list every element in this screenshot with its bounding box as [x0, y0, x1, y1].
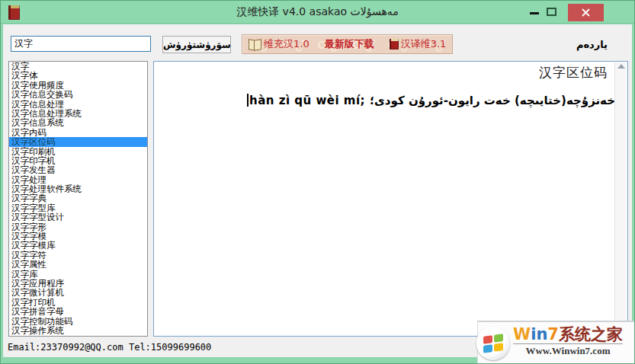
ornate-toolbar: 维充汉1.0 最新版下载 汉译维3.1 [242, 34, 453, 54]
menu-item-hanyiwei[interactable]: 汉译维3.1 [390, 37, 447, 51]
pinyin-text: hàn zì qū wèi mí; [249, 94, 365, 107]
brand-suffix: 系统之家 [559, 325, 623, 343]
title-bar: 汉维快译 v4.0 asakao مەھسۇلات [1, 1, 634, 24]
red-book-icon [390, 39, 399, 49]
menu-item-label: 维充汉1.0 [264, 37, 309, 51]
menu-item-weichonghan[interactable]: 维充汉1.0 [249, 37, 309, 51]
client-area: سۆرۈشتۈرۈش 维充汉1.0 最新版下载 汉译维3.1 ياردەم 汉字… [3, 24, 632, 357]
list-item[interactable]: 汉字信息交换码 [9, 90, 147, 99]
list-item[interactable]: 汉字微计算机 [9, 288, 147, 297]
hanzi-list[interactable]: 汉字汉字体汉字使用频度汉字信息交换码汉字信息处理汉字信息处理系统汉字信息系统汉字… [8, 61, 148, 337]
status-contact-info: Email:23370992@QQ.com Tel:15099699600 [8, 342, 211, 353]
open-book-icon [249, 40, 261, 49]
search-input[interactable] [11, 36, 151, 52]
uyghur-text: خەنزۇچە(ختايىچە) خەت رايون-ئورۇن كودى؛ [370, 94, 615, 107]
close-x-icon [582, 8, 590, 17]
list-item[interactable]: 汉字字典 [9, 193, 147, 203]
windows-flag-icon [476, 327, 510, 360]
brand-url: Www.Winwin7.com [513, 343, 623, 357]
list-item[interactable]: 汉字属性 [9, 260, 147, 269]
window-title: 汉维快译 v4.0 asakao مەھسۇلات [1, 5, 634, 19]
result-textarea[interactable]: 汉字区位码 hàn zì qū wèi mí;خەنزۇچە(ختايىچە) … [153, 61, 628, 337]
entry-title: 汉字区位码 [539, 64, 608, 81]
app-window: 汉维快译 v4.0 asakao مەھسۇلات سۆرۈشتۈرۈش 维充汉… [0, 0, 635, 364]
list-item[interactable]: 汉字发生器 [9, 165, 147, 174]
brand-letter: W [513, 325, 531, 343]
brand-letter: n [536, 325, 547, 343]
minimize-button[interactable] [530, 12, 539, 14]
scroll-up-icon[interactable] [617, 64, 625, 69]
list-item[interactable]: 汉字字模库 [9, 241, 147, 250]
list-item[interactable]: 汉字拼音字母 [9, 307, 147, 316]
maximize-button[interactable] [547, 8, 556, 16]
menu-item-label: 最新版下载 [325, 37, 374, 51]
brand-letter: 7 [547, 325, 559, 343]
close-button[interactable] [568, 4, 604, 21]
list-item[interactable]: 汉字字型设计 [9, 212, 147, 222]
winwin7-watermark: Win7系统之家 Www.Winwin7.com [477, 321, 634, 363]
list-item[interactable]: 汉字信息系统 [9, 118, 147, 127]
menu-item-download[interactable]: 最新版下载 [325, 37, 374, 51]
vertical-scrollbar[interactable] [614, 62, 627, 335]
translation-line: hàn zì qū wèi mí;خەنزۇچە(ختايىچە) خەت را… [247, 94, 611, 107]
menu-item-label: 汉译维3.1 [401, 37, 447, 51]
list-item[interactable]: 汉字区位码 [9, 137, 147, 146]
help-menu[interactable]: ياردەم [576, 39, 608, 50]
watermark-text: Win7系统之家 Www.Winwin7.com [513, 325, 623, 357]
list-item[interactable]: 汉字体 [9, 71, 147, 80]
list-item[interactable]: 汉字操作系统 [9, 326, 147, 335]
search-button[interactable]: سۆرۈشتۈرۈش [162, 36, 231, 53]
text-cursor [247, 94, 249, 107]
